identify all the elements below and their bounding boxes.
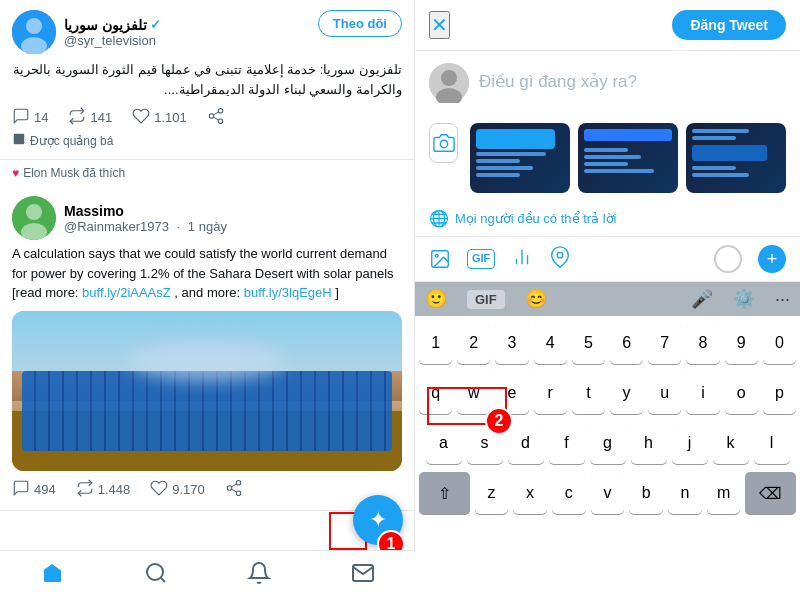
gif-kb-btn[interactable]: GIF (467, 290, 505, 309)
link-1[interactable]: buff.ly/2iAAAsZ (82, 285, 171, 300)
svg-point-3 (218, 109, 223, 114)
key-3[interactable]: 3 (495, 322, 528, 364)
key-x[interactable]: x (513, 472, 547, 514)
poll-toolbar-btn[interactable] (511, 246, 533, 272)
globe-icon: 🌐 (429, 209, 449, 228)
settings-kb-icon[interactable]: ⚙️ (733, 288, 755, 310)
liked-by-section: ♥ Elon Musk đã thích (0, 160, 414, 186)
key-d[interactable]: d (508, 422, 544, 464)
key-z[interactable]: z (475, 472, 509, 514)
like-action[interactable]: 1.101 (132, 107, 187, 128)
home-icon (40, 561, 64, 591)
key-f[interactable]: f (549, 422, 585, 464)
compose-avatar (429, 63, 469, 103)
key-i[interactable]: i (686, 372, 719, 414)
compose-icon: ✦ (369, 507, 387, 533)
mic-icon[interactable]: 🎤 (691, 288, 713, 310)
circle-button[interactable] (714, 245, 742, 273)
key-6[interactable]: 6 (610, 322, 643, 364)
key-v[interactable]: v (591, 472, 625, 514)
key-g[interactable]: g (590, 422, 626, 464)
retweet-action-2[interactable]: 1.448 (76, 479, 131, 500)
key-7[interactable]: 7 (648, 322, 681, 364)
more-kb-icon[interactable]: ··· (775, 289, 790, 310)
svg-line-6 (213, 117, 218, 120)
retweet-action[interactable]: 141 (68, 107, 112, 128)
key-2[interactable]: 2 (457, 322, 490, 364)
key-w[interactable]: w (457, 372, 490, 414)
key-j[interactable]: j (672, 422, 708, 464)
svg-point-28 (558, 252, 564, 257)
nav-messages[interactable] (338, 556, 388, 596)
key-y[interactable]: y (610, 372, 643, 414)
compose-placeholder[interactable]: Điều gì đang xảy ra? (479, 63, 637, 92)
location-icon (549, 246, 571, 268)
svg-point-20 (441, 70, 457, 86)
camera-selector[interactable] (429, 123, 458, 163)
key-shift[interactable]: ⇧ (419, 472, 470, 514)
syria-tweet-text: تلفزيون سوريا: خدمة إعلامية تتبنى في عمل… (12, 60, 402, 99)
promoted-icon (12, 132, 26, 149)
key-8[interactable]: 8 (686, 322, 719, 364)
link-2[interactable]: buff.ly/3lqEgeH (244, 285, 332, 300)
screenshots-area (415, 115, 800, 201)
sticker-icon[interactable]: 😊 (525, 288, 547, 310)
retweet-icon-2 (76, 479, 94, 500)
reply-setting[interactable]: 🌐 Mọi người đều có thể trả lời (415, 201, 800, 237)
key-1[interactable]: 1 (419, 322, 452, 364)
share-icon (207, 107, 225, 128)
plus-button[interactable]: + (758, 245, 786, 273)
compose-header: ✕ Đăng Tweet (415, 0, 800, 51)
key-4[interactable]: 4 (534, 322, 567, 364)
key-0[interactable]: 0 (763, 322, 796, 364)
key-t[interactable]: t (572, 372, 605, 414)
key-r[interactable]: r (534, 372, 567, 414)
svg-point-1 (26, 18, 42, 34)
gif-button[interactable]: GIF (467, 249, 495, 268)
nav-home[interactable] (27, 556, 77, 596)
follow-button[interactable]: Theo dõi (318, 10, 402, 37)
key-b[interactable]: b (629, 472, 663, 514)
like-action-2[interactable]: 9.170 (150, 479, 205, 500)
liked-heart-icon: ♥ (12, 166, 19, 180)
key-9[interactable]: 9 (725, 322, 758, 364)
keyboard-row-q: q w e r t y u i o p (419, 372, 796, 414)
nav-notifications[interactable] (234, 556, 284, 596)
key-5[interactable]: 5 (572, 322, 605, 364)
key-h[interactable]: h (631, 422, 667, 464)
screenshot-3[interactable] (686, 123, 786, 193)
keyboard-row-z: ⇧ z x c v b n m ⌫ (419, 472, 796, 514)
key-p[interactable]: p (763, 372, 796, 414)
image-toolbar-btn[interactable] (429, 248, 451, 270)
emoji-icon[interactable]: 🙂 (425, 288, 447, 310)
avatar-syria (12, 10, 56, 54)
verified-icon: ✓ (150, 17, 161, 32)
nav-search[interactable] (131, 556, 181, 596)
comment-action-2[interactable]: 494 (12, 479, 56, 500)
share-action-2[interactable] (225, 479, 243, 500)
key-q[interactable]: q (419, 372, 452, 414)
svg-point-12 (236, 480, 241, 485)
key-n[interactable]: n (668, 472, 702, 514)
share-action[interactable] (207, 107, 225, 128)
tweet-submit-button[interactable]: Đăng Tweet (672, 10, 786, 40)
key-o[interactable]: o (725, 372, 758, 414)
key-m[interactable]: m (707, 472, 741, 514)
close-button[interactable]: ✕ (429, 11, 450, 39)
screenshot-2[interactable] (578, 123, 678, 193)
keyboard-row-a: a s d f g h j k l (419, 422, 796, 464)
key-u[interactable]: u (648, 372, 681, 414)
key-a[interactable]: a (426, 422, 462, 464)
massimo-tweet-text: A calculation says that we could satisfy… (12, 244, 402, 303)
solar-panel-visual (22, 371, 392, 451)
comment-action[interactable]: 14 (12, 107, 48, 128)
svg-line-16 (231, 483, 236, 486)
key-delete[interactable]: ⌫ (745, 472, 796, 514)
tweet-actions-massimo: 494 1.448 9.170 (12, 479, 402, 500)
key-k[interactable]: k (713, 422, 749, 464)
key-c[interactable]: c (552, 472, 586, 514)
screenshot-1[interactable] (470, 123, 570, 193)
key-l[interactable]: l (754, 422, 790, 464)
location-toolbar-btn[interactable] (549, 246, 571, 272)
promoted-label: Được quảng bá (12, 132, 402, 149)
